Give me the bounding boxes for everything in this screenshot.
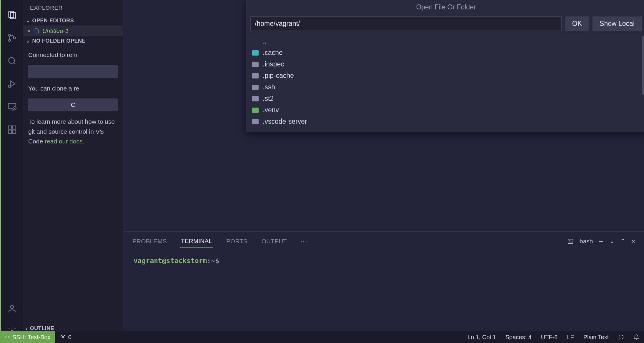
svg-point-2 [9, 34, 11, 36]
terminal-dropdown-icon[interactable]: ⌄ [609, 238, 615, 245]
sidebar-title: EXPLORER [23, 0, 123, 16]
no-folder-header[interactable]: ⌄ NO FOLDER OPENE [23, 36, 123, 46]
tab-terminal[interactable]: TERMINAL [180, 235, 213, 248]
file-icon [34, 28, 39, 34]
svg-rect-11 [12, 130, 16, 133]
list-item[interactable]: .ssh [250, 81, 642, 93]
terminal-shell-icon [567, 238, 574, 245]
clone-text: You can clone a re [28, 83, 118, 93]
remote-indicator[interactable]: SSH: Test-Box [0, 331, 55, 343]
cursor-position[interactable]: Ln 1, Col 1 [463, 334, 501, 341]
open-folder-button[interactable] [28, 65, 118, 78]
dialog-title: Open File Or Folder [246, 0, 644, 14]
chevron-right-icon: › [26, 326, 28, 331]
run-debug-icon[interactable] [6, 78, 18, 90]
svg-point-17 [62, 337, 64, 338]
file-list: .. .cache .inspec .pip-cache .ssh [246, 34, 644, 132]
path-input[interactable] [250, 16, 562, 31]
open-editor-item[interactable]: × Untitled-1 [23, 26, 123, 36]
list-item[interactable]: .inspec [250, 58, 642, 70]
extensions-icon[interactable] [6, 123, 18, 136]
encoding-status[interactable]: UTF-8 [536, 334, 563, 341]
tab-output[interactable]: OUTPUT [261, 235, 287, 248]
remote-explorer-icon[interactable] [6, 101, 18, 113]
panel: PROBLEMS TERMINAL PORTS OUTPUT ··· bash … [123, 231, 644, 343]
terminal[interactable]: vagrant@stackstorm:~$ [123, 251, 644, 343]
open-editors-header[interactable]: ⌄ OPEN EDITORS [23, 16, 123, 26]
scrollbar-thumb[interactable] [642, 36, 644, 95]
explorer-icon[interactable] [6, 9, 18, 21]
no-folder-body: Connected to rem You can clone a re C To… [23, 46, 123, 150]
list-item[interactable]: .st2 [250, 93, 642, 104]
svg-point-4 [14, 37, 16, 39]
ok-button[interactable]: OK [565, 16, 589, 31]
status-bar: SSH: Test-Box 0 Ln 1, Col 1 Spaces: 4 UT… [0, 331, 644, 343]
account-icon[interactable] [6, 302, 18, 315]
editor-group: ··· Start typing ain. PROBLEMS TERMINAL … [123, 0, 644, 343]
folder-icon [252, 96, 259, 101]
folder-icon [252, 50, 259, 56]
open-file-dialog: Open File Or Folder OK Show Local .. .ca… [246, 0, 644, 132]
chevron-down-icon: ⌄ [26, 18, 30, 24]
tab-problems[interactable]: PROBLEMS [132, 235, 167, 248]
terminal-shell-name[interactable]: bash [580, 238, 593, 245]
panel-close-icon[interactable]: × [632, 238, 635, 245]
connected-text: Connected to rem [28, 50, 118, 60]
close-icon[interactable]: × [27, 28, 31, 34]
panel-tabs: PROBLEMS TERMINAL PORTS OUTPUT ··· bash … [123, 232, 644, 251]
svg-point-13 [10, 305, 14, 309]
svg-point-5 [9, 58, 15, 63]
notifications-icon[interactable] [629, 334, 644, 340]
activity-bar [0, 0, 23, 343]
svg-point-3 [9, 39, 11, 41]
list-item[interactable]: .pip-cache [250, 70, 642, 81]
folder-icon [252, 119, 259, 124]
source-control-icon[interactable] [6, 32, 18, 44]
read-docs-link[interactable]: read our docs [45, 138, 82, 145]
eol-status[interactable]: LF [562, 334, 578, 341]
list-item[interactable]: .cache [250, 47, 642, 58]
indentation-status[interactable]: Spaces: 4 [501, 334, 536, 341]
list-item[interactable]: .venv [250, 104, 642, 116]
svg-rect-12 [12, 126, 16, 129]
panel-maximize-icon[interactable]: ⌃ [620, 238, 626, 245]
svg-rect-9 [8, 126, 11, 129]
chevron-down-icon: ⌄ [26, 38, 30, 44]
tab-ports[interactable]: PORTS [226, 235, 248, 248]
search-icon[interactable] [6, 55, 18, 67]
folder-icon [252, 85, 259, 90]
list-item[interactable]: .vscode-server [250, 116, 642, 127]
svg-rect-10 [8, 130, 11, 133]
feedback-icon[interactable] [613, 334, 629, 340]
clone-repo-button[interactable]: C [28, 98, 118, 111]
folder-icon [252, 73, 259, 78]
ports-status[interactable]: 0 [55, 334, 76, 341]
learn-more-text: To learn more about how to use git and s… [28, 117, 118, 146]
panel-more-icon[interactable]: ··· [300, 237, 307, 245]
folder-icon [252, 62, 259, 67]
new-terminal-icon[interactable]: + [599, 237, 603, 246]
show-local-button[interactable]: Show Local [593, 16, 642, 31]
folder-icon [252, 108, 259, 113]
list-item[interactable]: .. [250, 36, 642, 47]
explorer-sidebar: EXPLORER ⌄ OPEN EDITORS × Untitled-1 ⌄ N… [23, 0, 123, 343]
language-mode[interactable]: Plain Text [579, 334, 613, 341]
